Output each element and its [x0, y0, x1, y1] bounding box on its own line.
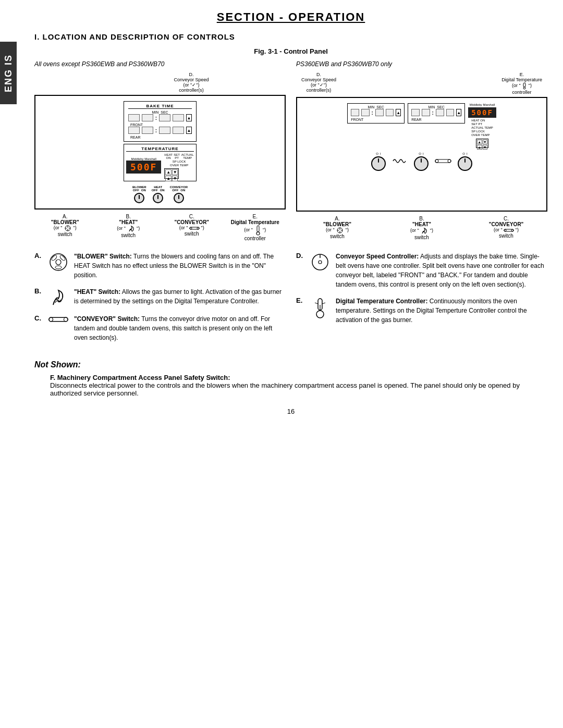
right-temp-controller: Middleby Marshall 500F HEAT ON SET PT AC…	[468, 103, 496, 148]
desc-text-A: "BLOWER" Switch: Turns the blowers and c…	[74, 252, 286, 280]
temp-label: TEMPERATURE	[126, 146, 194, 152]
blower-knob[interactable]	[134, 193, 144, 203]
heat-knob[interactable]	[153, 193, 163, 203]
left-bottom-labels: A. "BLOWER" (or " ") switch B	[34, 214, 286, 241]
rear-digit-2	[142, 127, 153, 134]
front-display: : ▲	[128, 114, 192, 121]
right-label-C: C. "CONVEYOR" (or " ") switch	[465, 216, 547, 240]
rear-row-label: REAR	[128, 135, 192, 139]
right-bottom-labels: A. "BLOWER" (or " ") switch B	[296, 216, 547, 240]
blower-icon-right	[336, 227, 344, 233]
left-callout-D: D. Conveyor Speed (or "✓") controller(s)	[174, 72, 209, 93]
left-label-E: E. Digital Temperature (or " ") controll…	[225, 214, 286, 241]
desc-icon-E	[310, 297, 331, 318]
not-shown-title: Not Shown:	[34, 360, 547, 369]
heat-switch-labels: OFFON	[152, 189, 165, 192]
blower-switch-labels: OFFON	[133, 189, 146, 192]
not-shown-F-text: Disconnects electrical power to the cont…	[50, 381, 520, 397]
svg-rect-10	[523, 83, 525, 87]
desc-letter-A: A.	[34, 252, 43, 260]
svg-rect-28	[49, 317, 68, 322]
page-number: 16	[34, 408, 547, 415]
rear-display: : ▲	[128, 127, 192, 134]
heat-icon-large	[49, 288, 68, 307]
right-blower-knob[interactable]	[371, 156, 386, 171]
blower-switch-group: BLOWER OFFON	[132, 186, 146, 203]
desc-letter-D: D.	[296, 252, 304, 260]
right-knob-B: OI	[414, 152, 429, 171]
desc-item-E: E. Digital Temperature Controller: Conti…	[296, 297, 547, 325]
section-title: I. LOCATION AND DESCRIPTION OF CONTROLS	[34, 32, 547, 41]
desc-left-column: A. "BLOWER" Switch: Turns the blowers an…	[34, 252, 286, 350]
desc-text-B: "HEAT" Switch: Allows the gas burner to …	[74, 287, 286, 306]
heat-icon-small-left	[127, 225, 136, 232]
temp-control-buttons: ▲ ▼ ▲ ▼	[164, 168, 194, 179]
left-diagram-section: All ovens except PS360EWB and PS360WB70 …	[34, 60, 286, 241]
desc-text-D: Conveyor Speed Controller: Adjusts and d…	[336, 252, 547, 289]
temp-controller-icon-large	[314, 298, 326, 318]
right-heat-knob[interactable]	[414, 156, 429, 171]
right-diagram-section: PS360EWB and PS360WB70 only D. Conveyor …	[296, 60, 547, 241]
temp-indicator-labels: HEAT ON SET PT ACTUAL TEMP	[164, 153, 194, 159]
svg-line-37	[315, 303, 318, 304]
left-switches-row: BLOWER OFFON HEAT OFFON	[132, 186, 188, 203]
svg-point-30	[64, 317, 68, 322]
desc-icon-B	[48, 287, 69, 307]
right-temp-display: 500F	[468, 107, 496, 118]
left-diagram-label: All ovens except PS360EWB and PS360WB70	[34, 60, 286, 68]
temp-display: 500F	[126, 161, 161, 174]
svg-rect-8	[257, 226, 259, 232]
right-callout-E: E. Digital Temperature (or " ") controll…	[501, 72, 542, 95]
left-label-A: A. "BLOWER" (or " ") switch	[34, 214, 96, 241]
svg-point-27	[55, 266, 62, 269]
fig-title: Fig. 3-1 - Control Panel	[34, 47, 547, 55]
temp-callout-icon	[522, 82, 527, 90]
temp-icon-small-left	[254, 225, 262, 236]
bake-time-label: BAKE TIME	[128, 104, 192, 109]
desc-item-B: B. "HEAT" Switch: Allows the gas burner …	[34, 287, 286, 307]
not-shown-section: Not Shown: F. Machinery Compartment Acce…	[34, 360, 547, 397]
right-diagram-label: PS360EWB and PS360WB70 only	[296, 60, 547, 68]
desc-letter-C: C.	[34, 314, 43, 322]
svg-point-14	[448, 159, 451, 163]
desc-text-C: "CONVEYOR" Switch: Turns the conveyor dr…	[74, 314, 286, 342]
not-shown-item-F: F. Machinery Compartment Access Panel Sa…	[50, 374, 547, 397]
left-label-C: C. "CONVEYOR" (or " ") switch	[161, 214, 223, 241]
svg-point-24	[56, 260, 61, 265]
right-rear-label: REAR	[411, 118, 461, 121]
front-digit-3	[159, 114, 170, 121]
right-front-bake: MINSEC : ▲ FRONT	[347, 103, 405, 124]
left-top-callouts: D. Conveyor Speed (or "✓") controller(s)	[34, 72, 286, 93]
rear-digit-3	[159, 127, 170, 134]
not-shown-content: F. Machinery Compartment Access Panel Sa…	[34, 374, 547, 397]
not-shown-F-title: Machinery Compartment Access Panel Safet…	[57, 374, 230, 381]
right-conveyor-knob[interactable]	[458, 156, 472, 171]
desc-icon-C	[48, 314, 69, 324]
side-tab: ENG IS	[0, 42, 17, 104]
temp-section: TEMPERATURE Middleby Marshall 500F	[124, 144, 197, 181]
diagrams-row: All ovens except PS360EWB and PS360WB70 …	[34, 60, 547, 241]
desc-icon-A	[48, 252, 69, 272]
side-tab-label: ENG IS	[3, 54, 14, 92]
page-title: SECTION - OPERATION	[34, 10, 547, 24]
temp-lock-labels: SP LOCK OVER TEMP	[164, 160, 194, 167]
right-knob-C: OI	[458, 152, 472, 171]
right-callout-D: D. Conveyor Speed (or "✓") controller(s)	[301, 72, 336, 95]
conveyor-icon-right	[504, 228, 514, 233]
conveyor-switch-group: CONVEYOR OFFON	[170, 186, 188, 203]
desc-item-A: A. "BLOWER" Switch: Turns the blowers an…	[34, 252, 286, 280]
right-conveyor-icon	[435, 157, 451, 166]
desc-item-C: C. "CONVEYOR" Switch: Turns the conveyor…	[34, 314, 286, 342]
conveyor-knob[interactable]	[174, 193, 184, 203]
blower-icon-small	[64, 225, 72, 231]
front-row-label: FRONT	[128, 123, 192, 127]
conveyor-icon-large	[48, 315, 69, 324]
desc-letter-E: E.	[296, 297, 304, 304]
desc-text-E: Digital Temperature Controller: Continuo…	[336, 297, 547, 325]
right-diagram-box: MINSEC : ▲ FRONT	[296, 97, 547, 212]
right-wavy-icon	[392, 156, 408, 168]
right-temp-indicators: HEAT ON SET PT ACTUAL TEMP SP LOCK OVER …	[471, 119, 493, 137]
desc-letter-B: B.	[34, 287, 43, 295]
heat-switch-group: HEAT OFFON	[152, 186, 165, 203]
svg-point-29	[49, 317, 53, 322]
